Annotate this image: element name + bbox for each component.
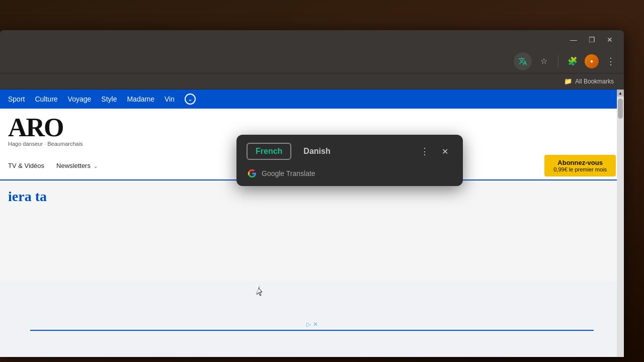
star-icon: ☆ — [540, 56, 547, 66]
translate-close-icon: ✕ — [442, 147, 448, 156]
minimize-button[interactable]: — — [566, 33, 582, 47]
subscribe-button[interactable]: Abonnez-vous 0,99€ le premier mois — [544, 155, 616, 176]
google-translate-label: Google Translate — [262, 169, 315, 177]
browser-menu-button[interactable]: ⋮ — [602, 52, 620, 70]
menu-icon: ⋮ — [606, 56, 615, 67]
nav-vin[interactable]: Vin — [165, 95, 175, 103]
nav-sport[interactable]: Sport — [8, 95, 25, 103]
bookmarks-bar: 📁 All Bookmarks — [0, 73, 624, 89]
translate-footer: Google Translate — [247, 166, 453, 179]
profile-avatar[interactable]: ● — [585, 54, 599, 68]
newsletters-chevron-icon: ⌄ — [94, 163, 98, 169]
window-controls: — ❐ ✕ — [566, 33, 618, 47]
translate-popup: French Danish ⋮ ✕ — [236, 135, 463, 186]
target-language-button[interactable]: Danish — [295, 144, 338, 159]
ad-close-icon[interactable]: ✕ — [313, 321, 318, 328]
nav-style[interactable]: Style — [101, 95, 117, 103]
nav-voyage[interactable]: Voyage — [68, 95, 92, 103]
article-partial-text: iera ta — [8, 189, 616, 205]
bookmark-star-button[interactable]: ☆ — [535, 52, 553, 70]
toolbar-bar: ☆ 🧩 ● ⋮ — [0, 49, 624, 73]
folder-icon: 📁 — [564, 77, 572, 85]
figaro-subtitle: Hago danseur · Beaumarchais — [8, 141, 83, 147]
nav-more-icon[interactable]: ⌄ — [185, 94, 196, 105]
extensions-button[interactable]: 🧩 — [564, 52, 582, 70]
toolbar-divider — [558, 55, 558, 67]
figaro-nav-bar: Sport Culture Voyage Style Madame Vin ⌄ — [0, 89, 624, 109]
scrollbar-track: ▲ — [617, 89, 624, 357]
scrollbar-thumb[interactable] — [618, 99, 623, 119]
sub-nav-newsletters[interactable]: Newsletters ⌄ — [56, 162, 98, 169]
nav-madame[interactable]: Madame — [127, 95, 154, 103]
more-options-icon: ⋮ — [420, 146, 429, 157]
translate-more-button[interactable]: ⋮ — [417, 143, 433, 159]
title-bar: — ❐ ✕ — [0, 30, 624, 49]
profile-icon: ● — [590, 58, 593, 64]
sub-nav-tv[interactable]: TV & Vidéos — [8, 162, 44, 169]
scrollbar-up-button[interactable]: ▲ — [617, 89, 624, 97]
translate-toolbar-button[interactable] — [514, 52, 532, 70]
figaro-logo: ARO — [8, 115, 83, 141]
maximize-button[interactable]: ❐ — [584, 33, 600, 47]
translate-header: French Danish ⋮ ✕ — [247, 143, 453, 160]
all-bookmarks-item[interactable]: 📁 All Bookmarks — [560, 76, 618, 86]
ad-controls-area: ▷ ✕ — [306, 321, 318, 328]
webpage-body: iera ta — [0, 180, 624, 281]
google-g-icon — [248, 169, 257, 178]
nav-culture[interactable]: Culture — [35, 95, 57, 103]
source-language-button[interactable]: French — [247, 143, 291, 160]
webpage-content: Sport Culture Voyage Style Madame Vin ⌄ … — [0, 89, 624, 357]
translate-icon — [518, 57, 527, 66]
ad-divider-bar — [30, 330, 594, 331]
close-button[interactable]: ✕ — [602, 33, 618, 47]
extensions-icon: 🧩 — [568, 56, 578, 66]
subscribe-cta: Abonnez-vous — [553, 159, 607, 166]
translate-close-button[interactable]: ✕ — [437, 143, 453, 159]
cursor-icon — [257, 286, 265, 297]
all-bookmarks-label: All Bookmarks — [575, 78, 614, 85]
browser-window: — ❐ ✕ ☆ 🧩 ● ⋮ — [0, 30, 624, 357]
ad-play-icon[interactable]: ▷ — [306, 321, 311, 328]
subscribe-price: 0,99€ le premier mois — [553, 166, 607, 172]
mouse-cursor — [257, 286, 265, 297]
google-translate-icon — [247, 168, 258, 179]
